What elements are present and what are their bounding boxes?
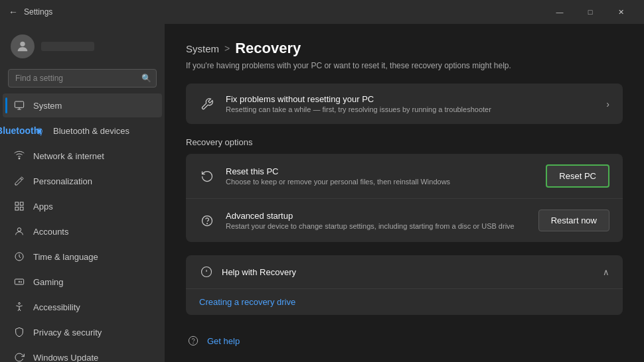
fix-problems-title: Fix problems without resetting your PC [226, 94, 596, 104]
advanced-startup-icon [199, 213, 215, 229]
help-recovery-card: Help with Recovery ∧ Creating a recovery… [186, 255, 623, 315]
reset-pc-icon [199, 168, 215, 184]
sidebar: 🔍 System Bluetooth; ◉ Bluetooth & device… [0, 24, 165, 362]
window-controls: — □ ✕ [544, 1, 636, 23]
reset-pc-text: Reset this PC Choose to keep or remove y… [226, 166, 535, 186]
help-recovery-title: Help with Recovery [222, 267, 595, 277]
gaming-icon [13, 276, 25, 288]
main-layout: 🔍 System Bluetooth; ◉ Bluetooth & device… [0, 24, 644, 362]
svg-point-12 [19, 302, 21, 304]
sidebar-label-personalization: Personalization [33, 176, 92, 186]
bottom-links: Get help Give feedback [186, 328, 623, 362]
svg-rect-6 [20, 207, 23, 210]
sidebar-item-apps[interactable]: Apps [3, 194, 162, 218]
fix-problems-card[interactable]: Fix problems without resetting your PC R… [186, 84, 623, 124]
apps-icon [13, 200, 25, 212]
restart-now-button[interactable]: Restart now [538, 210, 609, 231]
recovery-options-card: Reset this PC Choose to keep or remove y… [186, 154, 623, 242]
breadcrumb-parent: System [186, 43, 219, 54]
close-button[interactable]: ✕ [605, 1, 636, 23]
breadcrumb: System > Recovery [186, 40, 623, 57]
sidebar-item-network[interactable]: Network & internet [3, 144, 162, 168]
time-icon [13, 251, 25, 263]
bluetooth-icon: Bluetooth; [13, 125, 25, 137]
get-help-icon [186, 333, 201, 348]
avatar [11, 34, 35, 58]
fix-problems-desc: Resetting can take a while — first, try … [226, 105, 596, 113]
maximize-button[interactable]: □ [575, 1, 605, 23]
get-help-link[interactable]: Get help [207, 336, 240, 346]
search-input[interactable] [8, 69, 157, 88]
help-recovery-header[interactable]: Help with Recovery ∧ [186, 255, 623, 289]
network-icon [13, 150, 25, 162]
search-icon: 🔍 [141, 74, 151, 83]
reset-pc-desc: Choose to keep or remove your personal f… [226, 178, 535, 186]
accounts-icon [13, 225, 25, 237]
system-icon [13, 99, 25, 111]
back-button[interactable]: ← [8, 7, 19, 17]
give-feedback-row: Give feedback [186, 356, 623, 362]
svg-rect-3 [15, 202, 19, 206]
advanced-startup-desc: Restart your device to change startup se… [226, 222, 528, 230]
svg-point-14 [207, 223, 208, 223]
sidebar-item-privacy[interactable]: Privacy & security [3, 320, 162, 344]
get-help-row: Get help [186, 328, 623, 353]
sidebar-label-time: Time & language [33, 252, 98, 262]
svg-point-7 [17, 228, 21, 231]
accessibility-icon [13, 301, 25, 313]
sidebar-label-bluetooth: Bluetooth & devices [53, 126, 129, 136]
fix-problems-chevron: › [606, 99, 609, 109]
help-recovery-body: Creating a recovery drive [186, 289, 623, 315]
help-recovery-icon [199, 265, 214, 279]
sidebar-item-update[interactable]: Windows Update [3, 345, 162, 362]
sidebar-item-system[interactable]: System [3, 93, 162, 117]
sidebar-item-personalization[interactable]: Personalization [3, 169, 162, 193]
profile-name [41, 42, 94, 51]
svg-rect-4 [20, 202, 23, 206]
reset-pc-button[interactable]: Reset PC [546, 164, 609, 188]
reset-pc-title: Reset this PC [226, 166, 535, 176]
titlebar: ← Settings — □ ✕ [0, 0, 644, 24]
creating-recovery-drive-link[interactable]: Creating a recovery drive [199, 297, 295, 307]
sidebar-label-accessibility: Accessibility [33, 302, 80, 312]
sidebar-label-privacy: Privacy & security [33, 328, 102, 337]
svg-point-2 [19, 158, 20, 159]
fix-problems-text: Fix problems without resetting your PC R… [226, 94, 596, 113]
recovery-options-label: Recovery options [186, 137, 623, 147]
svg-point-10 [21, 281, 22, 282]
personalization-icon [13, 175, 25, 187]
help-recovery-chevron: ∧ [603, 267, 609, 277]
update-icon [13, 351, 25, 362]
page-description: If you're having problems with your PC o… [186, 61, 623, 70]
sidebar-item-gaming[interactable]: Gaming [3, 270, 162, 294]
breadcrumb-current: Recovery [235, 40, 301, 57]
advanced-startup-row: Advanced startup Restart your device to … [186, 199, 623, 242]
svg-rect-1 [15, 101, 23, 107]
sidebar-label-gaming: Gaming [33, 277, 64, 287]
sidebar-item-bluetooth[interactable]: Bluetooth; ◉ Bluetooth & devices [3, 119, 162, 143]
svg-rect-5 [15, 207, 19, 210]
profile-section [0, 29, 165, 69]
svg-point-16 [189, 336, 197, 345]
reset-pc-row: Reset this PC Choose to keep or remove y… [186, 154, 623, 199]
advanced-startup-text: Advanced startup Restart your device to … [226, 211, 528, 230]
sidebar-label-system: System [33, 101, 62, 111]
sidebar-label-accounts: Accounts [33, 227, 68, 237]
sidebar-label-apps: Apps [33, 202, 53, 211]
privacy-icon [13, 326, 25, 338]
minimize-button[interactable]: — [544, 1, 575, 23]
search-box: 🔍 [8, 69, 157, 88]
breadcrumb-separator: > [224, 43, 230, 54]
sidebar-label-update: Windows Update [33, 353, 98, 363]
fix-problems-icon [199, 96, 215, 112]
sidebar-item-time[interactable]: Time & language [3, 245, 162, 269]
svg-point-0 [20, 42, 25, 46]
sidebar-item-accounts[interactable]: Accounts [3, 219, 162, 243]
sidebar-item-accessibility[interactable]: Accessibility [3, 295, 162, 319]
content-area: System > Recovery If you're having probl… [165, 24, 644, 362]
svg-point-11 [21, 282, 22, 283]
sidebar-label-network: Network & internet [33, 151, 104, 161]
advanced-startup-title: Advanced startup [226, 211, 528, 221]
svg-point-13 [202, 215, 212, 225]
svg-point-17 [193, 343, 194, 343]
